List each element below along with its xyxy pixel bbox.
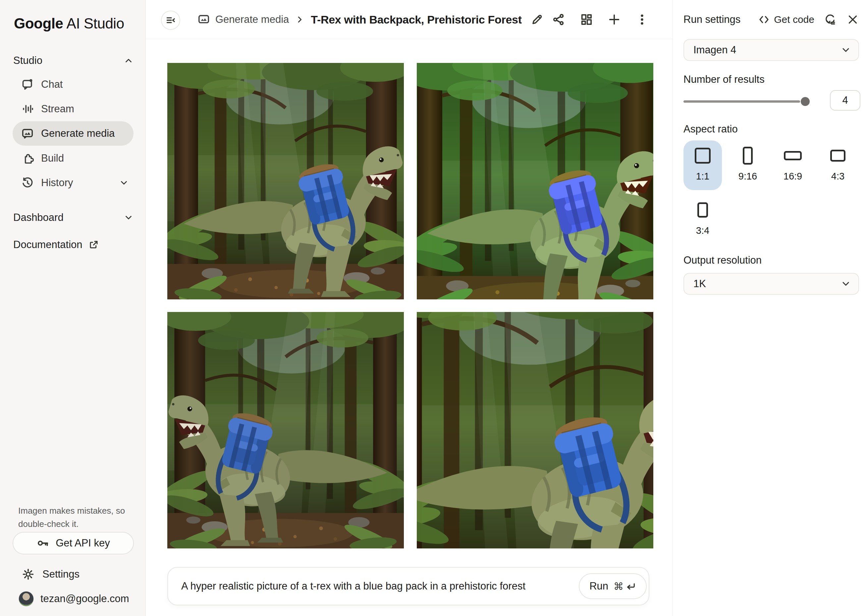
chevron-down-icon <box>841 278 851 289</box>
collapse-panel-icon <box>165 14 176 26</box>
sidebar-item-generate-media[interactable]: Generate media <box>13 121 134 146</box>
studio-section-label: Studio <box>13 55 42 66</box>
run-settings-header: Run settings Get code <box>673 0 868 39</box>
output-resolution-label: Output resolution <box>684 255 762 266</box>
kebab-menu-icon <box>635 13 649 26</box>
share-icon <box>552 13 565 26</box>
sidebar-item-label: Chat <box>41 79 63 90</box>
get-api-key-button[interactable]: Get API key <box>13 532 134 555</box>
stream-waveform-icon <box>21 103 34 115</box>
build-puzzle-icon <box>21 152 34 165</box>
run-button-label: Run <box>590 580 608 592</box>
aspect-1-1-icon <box>695 140 711 171</box>
share-button[interactable] <box>551 12 566 27</box>
generated-image-1[interactable] <box>167 63 404 299</box>
model-disclaimer: Imagen makes mistakes, so double-check i… <box>18 504 131 531</box>
chevron-down-icon <box>841 45 851 55</box>
page-title: T-Rex with Backpack, Prehistoric Forest <box>311 13 522 26</box>
key-icon <box>36 536 50 550</box>
chevron-up-icon <box>124 56 134 66</box>
edit-pencil-icon[interactable] <box>530 13 543 26</box>
history-clock-icon <box>21 176 34 189</box>
run-button[interactable]: Run ⌘ <box>579 573 647 599</box>
close-icon <box>847 14 859 25</box>
close-panel-button[interactable] <box>846 13 859 26</box>
sidebar-item-history[interactable]: History <box>13 171 134 195</box>
logo-suffix: AI Studio <box>67 15 124 31</box>
main-header: Generate media T-Rex with Backpack, Preh… <box>146 0 673 39</box>
sidebar-section-dashboard[interactable]: Dashboard <box>13 209 134 226</box>
aspect-ratio-option-3-4[interactable]: 3:4 <box>684 195 722 244</box>
sidebar-item-label: Build <box>41 152 64 164</box>
number-of-results-label: Number of results <box>684 74 765 85</box>
code-brackets-icon <box>758 14 770 25</box>
aspect-ratio-option-9-16[interactable]: 9:16 <box>728 140 767 190</box>
collapse-sidebar-button[interactable] <box>161 11 180 30</box>
command-key-icon: ⌘ <box>613 581 624 592</box>
settings-button[interactable]: Settings <box>22 565 80 583</box>
sidebar-section-studio[interactable]: Studio <box>13 52 134 69</box>
app-logo[interactable]: GoogleAI Studio <box>14 15 124 32</box>
generated-image-3[interactable] <box>167 312 404 548</box>
chevron-down-icon <box>124 213 134 223</box>
sidebar-link-documentation[interactable]: Documentation <box>13 236 134 253</box>
new-prompt-button[interactable] <box>607 12 621 27</box>
gear-icon <box>22 568 35 581</box>
aspect-3-4-icon <box>697 195 708 225</box>
get-api-key-label: Get API key <box>56 537 110 549</box>
number-of-results-input[interactable]: 4 <box>830 90 860 111</box>
output-resolution-select[interactable]: 1K <box>684 273 859 295</box>
generated-image-4[interactable] <box>417 312 653 548</box>
get-code-button[interactable]: Get code <box>758 14 815 25</box>
model-select[interactable]: Imagen 4 <box>684 39 859 61</box>
media-icon <box>197 13 210 26</box>
account-row[interactable]: tezan@google.com <box>19 589 129 608</box>
breadcrumb-root-label: Generate media <box>215 14 289 25</box>
prompt-bar[interactable]: A hyper realistic picture of a t-rex wit… <box>167 567 649 605</box>
breadcrumb-generate-media[interactable]: Generate media <box>197 13 289 26</box>
reset-icon <box>824 14 836 25</box>
sidebar-item-label: History <box>41 177 73 189</box>
generated-image-2[interactable] <box>417 63 653 299</box>
aspect-ratio-option-label: 3:4 <box>696 225 709 236</box>
sidebar-item-build[interactable]: Build <box>13 146 134 171</box>
logo-google: Google <box>14 15 63 31</box>
gallery-view-button[interactable] <box>579 12 594 27</box>
slider-track[interactable] <box>684 101 800 103</box>
avatar <box>19 591 34 607</box>
chevron-down-icon <box>119 178 129 188</box>
aspect-ratio-option-label: 16:9 <box>783 171 802 182</box>
sidebar-item-chat[interactable]: Chat <box>13 72 134 97</box>
output-resolution-value: 1K <box>693 278 706 290</box>
dashboard-grid-icon <box>580 13 593 26</box>
chevron-right-icon <box>295 14 305 25</box>
aspect-16-9-icon <box>784 140 802 171</box>
aspect-ratio-label: Aspect ratio <box>684 123 738 135</box>
aspect-ratio-option-16-9[interactable]: 16:9 <box>774 140 812 190</box>
aspect-ratio-option-1-1[interactable]: 1:1 <box>684 140 722 190</box>
more-options-button[interactable] <box>635 12 649 27</box>
google-ai-studio-app: GoogleAI Studio Studio Chat Stream <box>0 0 868 616</box>
disclaimer-line2: double-check it. <box>18 517 131 531</box>
aspect-ratio-option-4-3[interactable]: 4:3 <box>819 140 857 190</box>
aspect-ratio-option-label: 1:1 <box>696 171 709 182</box>
sidebar: GoogleAI Studio Studio Chat Stream <box>0 0 146 616</box>
settings-label: Settings <box>42 568 80 580</box>
sidebar-item-label: Generate media <box>41 127 115 140</box>
dashboard-label: Dashboard <box>13 212 64 223</box>
disclaimer-line1: Imagen makes mistakes, so <box>18 504 131 517</box>
run-settings-tools: Get code <box>758 13 859 26</box>
number-of-results-slider[interactable] <box>684 94 803 108</box>
get-code-label: Get code <box>774 14 815 25</box>
generate-media-icon <box>21 127 34 140</box>
return-key-icon <box>625 581 636 592</box>
account-email: tezan@google.com <box>41 593 129 605</box>
aspect-4-3-icon <box>830 140 846 171</box>
sidebar-item-stream[interactable]: Stream <box>13 97 134 121</box>
sidebar-item-label: Stream <box>41 103 74 115</box>
header-actions <box>551 0 649 39</box>
main-content: Generate media T-Rex with Backpack, Preh… <box>146 0 673 616</box>
slider-thumb[interactable] <box>801 97 810 106</box>
aspect-ratio-option-label: 9:16 <box>739 171 757 182</box>
reset-settings-button[interactable] <box>824 13 837 26</box>
